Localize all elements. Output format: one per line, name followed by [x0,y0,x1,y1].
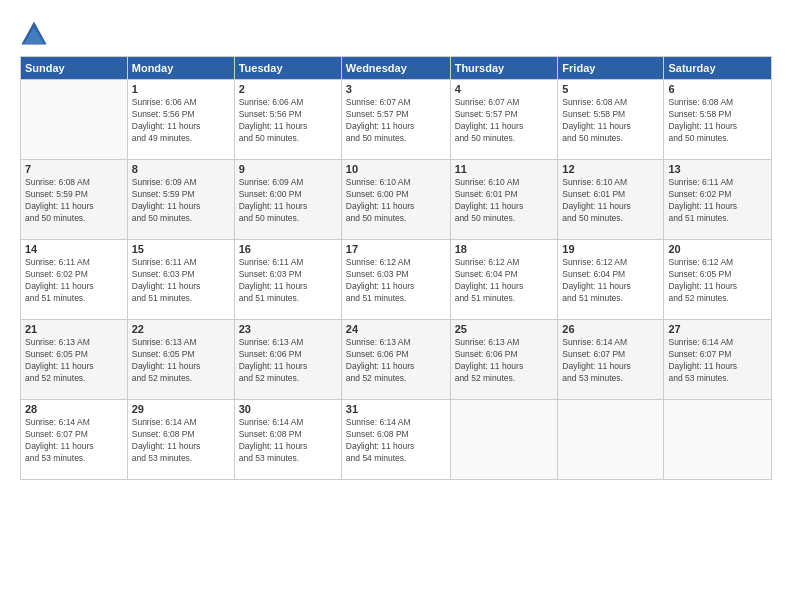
day-detail: Sunrise: 6:13 AMSunset: 6:06 PMDaylight:… [239,337,337,385]
day-number: 30 [239,403,337,415]
calendar-cell: 15Sunrise: 6:11 AMSunset: 6:03 PMDayligh… [127,240,234,320]
day-number: 23 [239,323,337,335]
day-number: 12 [562,163,659,175]
day-number: 10 [346,163,446,175]
day-detail: Sunrise: 6:14 AMSunset: 6:07 PMDaylight:… [562,337,659,385]
calendar-cell: 3Sunrise: 6:07 AMSunset: 5:57 PMDaylight… [341,80,450,160]
calendar-cell: 5Sunrise: 6:08 AMSunset: 5:58 PMDaylight… [558,80,664,160]
day-detail: Sunrise: 6:14 AMSunset: 6:08 PMDaylight:… [132,417,230,465]
day-detail: Sunrise: 6:10 AMSunset: 6:01 PMDaylight:… [562,177,659,225]
day-detail: Sunrise: 6:12 AMSunset: 6:03 PMDaylight:… [346,257,446,305]
day-detail: Sunrise: 6:14 AMSunset: 6:08 PMDaylight:… [239,417,337,465]
day-number: 1 [132,83,230,95]
day-detail: Sunrise: 6:13 AMSunset: 6:06 PMDaylight:… [455,337,554,385]
header-day-tuesday: Tuesday [234,57,341,80]
calendar-cell: 26Sunrise: 6:14 AMSunset: 6:07 PMDayligh… [558,320,664,400]
calendar-cell: 29Sunrise: 6:14 AMSunset: 6:08 PMDayligh… [127,400,234,480]
day-detail: Sunrise: 6:11 AMSunset: 6:03 PMDaylight:… [132,257,230,305]
week-row-5: 28Sunrise: 6:14 AMSunset: 6:07 PMDayligh… [21,400,772,480]
day-number: 13 [668,163,767,175]
logo-icon [20,20,48,48]
calendar-cell [558,400,664,480]
day-number: 9 [239,163,337,175]
day-detail: Sunrise: 6:06 AMSunset: 5:56 PMDaylight:… [239,97,337,145]
day-number: 25 [455,323,554,335]
day-number: 22 [132,323,230,335]
calendar-table: SundayMondayTuesdayWednesdayThursdayFrid… [20,56,772,480]
calendar-cell: 23Sunrise: 6:13 AMSunset: 6:06 PMDayligh… [234,320,341,400]
header-day-wednesday: Wednesday [341,57,450,80]
day-detail: Sunrise: 6:10 AMSunset: 6:00 PMDaylight:… [346,177,446,225]
day-detail: Sunrise: 6:09 AMSunset: 5:59 PMDaylight:… [132,177,230,225]
day-number: 20 [668,243,767,255]
calendar-cell [21,80,128,160]
day-number: 17 [346,243,446,255]
calendar-cell: 18Sunrise: 6:12 AMSunset: 6:04 PMDayligh… [450,240,558,320]
day-detail: Sunrise: 6:09 AMSunset: 6:00 PMDaylight:… [239,177,337,225]
day-number: 29 [132,403,230,415]
week-row-2: 7Sunrise: 6:08 AMSunset: 5:59 PMDaylight… [21,160,772,240]
day-detail: Sunrise: 6:14 AMSunset: 6:07 PMDaylight:… [25,417,123,465]
calendar-body: 1Sunrise: 6:06 AMSunset: 5:56 PMDaylight… [21,80,772,480]
day-detail: Sunrise: 6:13 AMSunset: 6:05 PMDaylight:… [132,337,230,385]
calendar-cell: 31Sunrise: 6:14 AMSunset: 6:08 PMDayligh… [341,400,450,480]
calendar-cell: 11Sunrise: 6:10 AMSunset: 6:01 PMDayligh… [450,160,558,240]
day-detail: Sunrise: 6:13 AMSunset: 6:06 PMDaylight:… [346,337,446,385]
calendar-cell [664,400,772,480]
header-day-sunday: Sunday [21,57,128,80]
day-detail: Sunrise: 6:06 AMSunset: 5:56 PMDaylight:… [132,97,230,145]
calendar-cell: 6Sunrise: 6:08 AMSunset: 5:58 PMDaylight… [664,80,772,160]
calendar-cell: 8Sunrise: 6:09 AMSunset: 5:59 PMDaylight… [127,160,234,240]
week-row-3: 14Sunrise: 6:11 AMSunset: 6:02 PMDayligh… [21,240,772,320]
calendar-cell: 27Sunrise: 6:14 AMSunset: 6:07 PMDayligh… [664,320,772,400]
day-detail: Sunrise: 6:08 AMSunset: 5:58 PMDaylight:… [668,97,767,145]
calendar-cell: 30Sunrise: 6:14 AMSunset: 6:08 PMDayligh… [234,400,341,480]
calendar-cell: 21Sunrise: 6:13 AMSunset: 6:05 PMDayligh… [21,320,128,400]
day-detail: Sunrise: 6:07 AMSunset: 5:57 PMDaylight:… [455,97,554,145]
calendar-cell: 2Sunrise: 6:06 AMSunset: 5:56 PMDaylight… [234,80,341,160]
day-detail: Sunrise: 6:13 AMSunset: 6:05 PMDaylight:… [25,337,123,385]
calendar-cell: 10Sunrise: 6:10 AMSunset: 6:00 PMDayligh… [341,160,450,240]
header [20,16,772,48]
day-detail: Sunrise: 6:08 AMSunset: 5:59 PMDaylight:… [25,177,123,225]
day-detail: Sunrise: 6:08 AMSunset: 5:58 PMDaylight:… [562,97,659,145]
day-detail: Sunrise: 6:12 AMSunset: 6:05 PMDaylight:… [668,257,767,305]
day-number: 3 [346,83,446,95]
day-number: 31 [346,403,446,415]
logo [20,20,50,48]
day-detail: Sunrise: 6:12 AMSunset: 6:04 PMDaylight:… [455,257,554,305]
day-number: 4 [455,83,554,95]
day-number: 16 [239,243,337,255]
header-day-monday: Monday [127,57,234,80]
calendar-cell: 20Sunrise: 6:12 AMSunset: 6:05 PMDayligh… [664,240,772,320]
day-number: 24 [346,323,446,335]
day-number: 7 [25,163,123,175]
calendar-cell: 13Sunrise: 6:11 AMSunset: 6:02 PMDayligh… [664,160,772,240]
page: SundayMondayTuesdayWednesdayThursdayFrid… [0,0,792,612]
calendar-cell: 9Sunrise: 6:09 AMSunset: 6:00 PMDaylight… [234,160,341,240]
day-number: 27 [668,323,767,335]
calendar-cell: 1Sunrise: 6:06 AMSunset: 5:56 PMDaylight… [127,80,234,160]
calendar-cell: 19Sunrise: 6:12 AMSunset: 6:04 PMDayligh… [558,240,664,320]
day-number: 14 [25,243,123,255]
header-day-saturday: Saturday [664,57,772,80]
calendar-cell: 28Sunrise: 6:14 AMSunset: 6:07 PMDayligh… [21,400,128,480]
calendar-cell: 12Sunrise: 6:10 AMSunset: 6:01 PMDayligh… [558,160,664,240]
day-detail: Sunrise: 6:11 AMSunset: 6:02 PMDaylight:… [25,257,123,305]
week-row-4: 21Sunrise: 6:13 AMSunset: 6:05 PMDayligh… [21,320,772,400]
calendar-cell: 17Sunrise: 6:12 AMSunset: 6:03 PMDayligh… [341,240,450,320]
calendar-cell: 16Sunrise: 6:11 AMSunset: 6:03 PMDayligh… [234,240,341,320]
calendar-header-row: SundayMondayTuesdayWednesdayThursdayFrid… [21,57,772,80]
day-number: 5 [562,83,659,95]
day-number: 8 [132,163,230,175]
calendar-cell: 24Sunrise: 6:13 AMSunset: 6:06 PMDayligh… [341,320,450,400]
day-detail: Sunrise: 6:07 AMSunset: 5:57 PMDaylight:… [346,97,446,145]
day-detail: Sunrise: 6:14 AMSunset: 6:07 PMDaylight:… [668,337,767,385]
calendar-cell: 4Sunrise: 6:07 AMSunset: 5:57 PMDaylight… [450,80,558,160]
day-number: 26 [562,323,659,335]
day-detail: Sunrise: 6:10 AMSunset: 6:01 PMDaylight:… [455,177,554,225]
day-number: 6 [668,83,767,95]
week-row-1: 1Sunrise: 6:06 AMSunset: 5:56 PMDaylight… [21,80,772,160]
calendar-cell: 25Sunrise: 6:13 AMSunset: 6:06 PMDayligh… [450,320,558,400]
calendar-cell: 14Sunrise: 6:11 AMSunset: 6:02 PMDayligh… [21,240,128,320]
